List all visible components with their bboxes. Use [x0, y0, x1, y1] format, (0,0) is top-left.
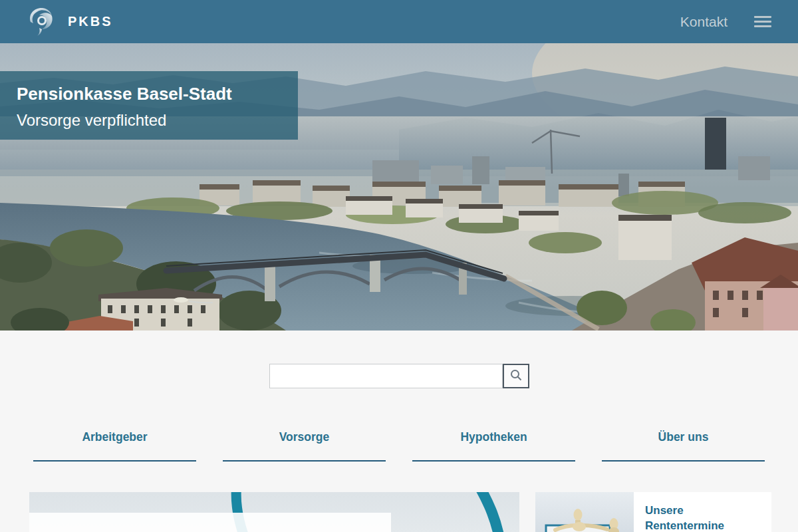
teaser-row: Unsere Rententermine [0, 492, 798, 532]
rententermine-title: Unsere Rententermine [645, 503, 762, 532]
rententermine-card-body: Unsere Rententermine [634, 492, 771, 532]
hero-text-panel: Pensionkasse Basel-Stadt Vorsorge verpfl… [0, 71, 298, 140]
hamburger-icon[interactable] [754, 16, 771, 28]
nav-item-ueber-uns[interactable]: Über uns [602, 430, 765, 462]
hero-section: Pensionkasse Basel-Stadt Vorsorge verpfl… [0, 43, 798, 331]
nav-item-arbeitgeber[interactable]: Arbeitgeber [33, 430, 196, 462]
teaser-ring-graphic [29, 492, 519, 532]
pkbs-swirl-icon [27, 5, 56, 39]
main-nav: Arbeitgeber Vorsorge Hypotheken Über uns [0, 430, 798, 462]
brand-name: PKBS [68, 14, 113, 29]
magnifier-icon [509, 368, 523, 384]
search-bar [0, 331, 798, 388]
hero-subtitle: Vorsorge verpflichted [17, 111, 298, 130]
teaser-card-rententermine[interactable]: Unsere Rententermine [535, 492, 771, 532]
nav-item-vorsorge[interactable]: Vorsorge [223, 430, 386, 462]
search-input[interactable] [269, 364, 503, 388]
rententermine-thumb-image [535, 492, 634, 532]
nav-item-hypotheken[interactable]: Hypotheken [412, 430, 575, 462]
top-navbar: PKBS Kontakt [0, 0, 798, 43]
kontakt-link[interactable]: Kontakt [680, 14, 728, 30]
hero-title: Pensionkasse Basel-Stadt [17, 83, 298, 106]
brand-logo[interactable]: PKBS [27, 5, 113, 39]
main-section: Arbeitgeber Vorsorge Hypotheken Über uns [0, 331, 798, 532]
teaser-card-large[interactable] [29, 492, 519, 532]
search-button[interactable] [503, 364, 529, 388]
